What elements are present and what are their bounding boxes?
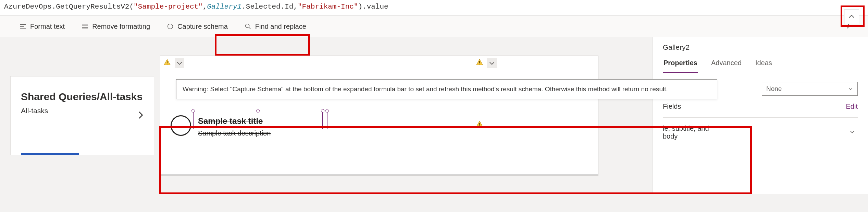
search-icon — [244, 23, 252, 30]
warning-tooltip: Warning: Select "Capture Schema" at the … — [176, 79, 717, 99]
remove-formatting-icon — [81, 23, 89, 30]
find-replace-label: Find and replace — [255, 23, 306, 31]
warning-icon — [163, 58, 173, 68]
formula-namespace: AzureDevOps — [4, 3, 52, 11]
tab-ideas[interactable]: Ideas — [755, 56, 773, 73]
query-card-title: Shared Queries/All-tasks — [21, 90, 144, 103]
svg-rect-5 — [479, 64, 480, 64]
formula-func: GetQueryResultsV2 — [56, 3, 129, 11]
query-card-subtitle: All-tasks — [21, 107, 144, 115]
capture-schema-label: Capture schema — [177, 23, 228, 31]
formula-text[interactable]: AzureDevOps.GetQueryResultsV2("Sample-pr… — [0, 0, 868, 15]
layout-dropdown[interactable] — [847, 126, 858, 139]
svg-rect-7 — [479, 126, 480, 126]
properties-panel: Gallery2 Properties Advanced Ideas Data … — [652, 37, 868, 194]
format-text-button[interactable]: Format text — [16, 21, 68, 33]
chevron-right-icon — [136, 110, 146, 121]
chevron-down-icon — [849, 128, 856, 135]
selection-outline — [193, 111, 323, 129]
find-replace-button[interactable]: Find and replace — [241, 21, 310, 33]
chevron-up-icon — [848, 13, 855, 21]
selected-indicator — [21, 153, 79, 155]
svg-rect-4 — [479, 61, 480, 63]
formula-action-bar: Format text Remove formatting Capture sc… — [0, 16, 868, 37]
tab-properties[interactable]: Properties — [663, 56, 698, 73]
format-text-icon — [19, 23, 27, 30]
data-source-dropdown[interactable]: None — [762, 82, 858, 96]
svg-rect-2 — [167, 61, 168, 63]
avatar-placeholder — [171, 115, 191, 136]
control-menu-button[interactable] — [487, 58, 497, 68]
panel-tabs: Properties Advanced Ideas — [663, 56, 858, 73]
layout-label-b: body — [663, 132, 678, 140]
svg-point-1 — [246, 24, 249, 28]
data-source-value: None — [766, 85, 782, 93]
remove-formatting-button[interactable]: Remove formatting — [78, 21, 153, 33]
svg-point-0 — [168, 24, 173, 29]
formula-arg3: "Fabrikam-Inc" — [298, 3, 358, 11]
tab-advanced[interactable]: Advanced — [710, 56, 742, 73]
gallery-item-subtitle: Sample task description — [198, 129, 271, 137]
capture-schema-icon — [166, 23, 174, 30]
selection-outline — [327, 111, 423, 129]
svg-rect-3 — [167, 64, 168, 64]
warning-tooltip-text: Warning: Select "Capture Schema" at the … — [183, 85, 668, 93]
formula-bar: AzureDevOps.GetQueryResultsV2("Sample-pr… — [0, 0, 868, 16]
warning-icon — [476, 120, 485, 130]
canvas[interactable]: Shared Queries/All-tasks All-tasks Sampl… — [0, 37, 652, 194]
fields-label: Fields — [663, 103, 681, 110]
warning-icon — [476, 58, 485, 68]
svg-rect-6 — [479, 123, 480, 125]
formula-arg1: "Sample-project" — [134, 3, 203, 11]
edit-fields-link[interactable]: Edit — [846, 103, 858, 110]
capture-schema-button[interactable]: Capture schema — [163, 21, 231, 33]
collapse-formula-bar-button[interactable] — [844, 10, 859, 24]
chevron-down-icon — [848, 86, 853, 92]
gallery-preview[interactable]: Sample task title Sample task descriptio… — [160, 56, 598, 176]
remove-formatting-label: Remove formatting — [92, 23, 150, 31]
control-menu-button[interactable] — [175, 58, 184, 68]
formula-arg2a: Gallery1 — [207, 3, 241, 11]
query-card[interactable]: Shared Queries/All-tasks All-tasks — [10, 76, 154, 155]
format-text-label: Format text — [30, 23, 65, 31]
layout-label-a: le, subtitle, and — [663, 125, 709, 132]
panel-control-name: Gallery2 — [663, 43, 858, 51]
